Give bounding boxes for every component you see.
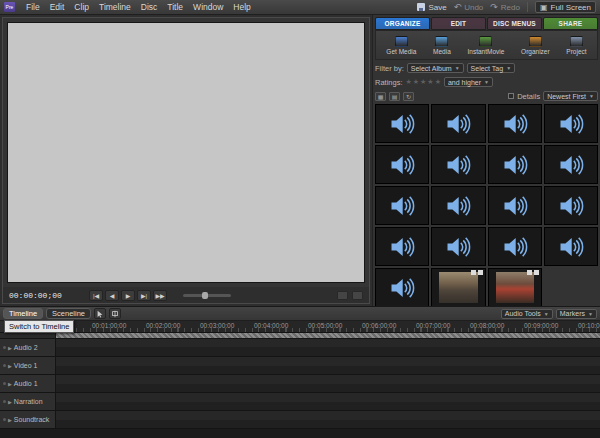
razor-icon: [111, 310, 119, 318]
album-select[interactable]: Select Album ▼: [407, 63, 464, 73]
sort-select[interactable]: Newest First ▼: [543, 91, 598, 101]
instantmovie-button[interactable]: InstantMovie: [468, 36, 505, 55]
timeline-ruler-scale[interactable]: 00:01:00:0000:02:00:0000:03:00:0000:04:0…: [56, 321, 600, 332]
track-toggle-icon[interactable]: [3, 346, 6, 349]
menu-file[interactable]: File: [21, 2, 45, 12]
audio-clip-thumbnail[interactable]: [544, 186, 598, 225]
and-higher-select[interactable]: and higher ▼: [444, 77, 493, 87]
track-toggle-icon[interactable]: [3, 382, 6, 385]
star-icon[interactable]: ★: [420, 78, 426, 86]
audio-clip-thumbnail[interactable]: [375, 268, 429, 306]
star-icon[interactable]: ★: [413, 78, 419, 86]
track-header-video-1[interactable]: ▶Video 1: [0, 357, 56, 374]
audio-clip-thumbnail[interactable]: [544, 227, 598, 266]
track-toggle-icon[interactable]: [3, 400, 6, 403]
audio-clip-thumbnail[interactable]: [431, 186, 485, 225]
ruler-label: 00:05:00:00: [308, 322, 342, 329]
audio-clip-thumbnail[interactable]: [488, 104, 542, 143]
audio-clip-thumbnail[interactable]: [431, 104, 485, 143]
track-lane[interactable]: [56, 393, 600, 410]
go-to-previous-edit-button[interactable]: |◀: [89, 290, 103, 301]
disclosure-triangle-icon[interactable]: ▶: [8, 345, 12, 351]
selection-tool-button[interactable]: [94, 308, 106, 319]
track-lane[interactable]: [56, 411, 600, 428]
audio-tools-dropdown[interactable]: Audio Tools ▼: [501, 309, 553, 319]
menu-clip[interactable]: Clip: [69, 2, 94, 12]
tag-select[interactable]: Select Tag ▼: [467, 63, 516, 73]
menu-help[interactable]: Help: [228, 2, 255, 12]
fullscreen-button[interactable]: ▣ Full Screen: [535, 1, 596, 13]
disclosure-triangle-icon[interactable]: ▶: [8, 399, 12, 405]
audio-clip-thumbnail[interactable]: [375, 145, 429, 184]
split-clip-icon[interactable]: [337, 291, 348, 300]
tab-disc-menus[interactable]: DISC MENUS: [487, 17, 542, 30]
star-icon[interactable]: ★: [435, 78, 441, 86]
undo-button[interactable]: ↶ Undo: [454, 3, 484, 12]
redo-button[interactable]: ↷ Redo: [490, 3, 520, 12]
track-header-audio-2[interactable]: ▶Audio 2: [0, 339, 56, 356]
audio-clip-thumbnail[interactable]: [544, 145, 598, 184]
panel-actions: Get MediaMediaInstantMovieOrganizerProje…: [375, 30, 598, 60]
play-button[interactable]: ▶: [121, 290, 135, 301]
go-to-next-edit-button[interactable]: ▶▶: [153, 290, 167, 301]
menu-edit[interactable]: Edit: [45, 2, 70, 12]
audio-clip-thumbnail[interactable]: [488, 145, 542, 184]
step-forward-button[interactable]: ▶|: [137, 290, 151, 301]
tab-timeline[interactable]: Timeline: [3, 308, 43, 319]
razor-tool-button[interactable]: [109, 308, 121, 319]
video-preview[interactable]: [7, 22, 365, 283]
track-lane[interactable]: [56, 339, 600, 356]
media-button[interactable]: Media: [433, 36, 451, 55]
track-header-narration[interactable]: ▶Narration: [0, 393, 56, 410]
track-toggle-icon[interactable]: [3, 418, 6, 421]
grid-view-icon[interactable]: ▦: [375, 92, 386, 101]
disclosure-triangle-icon[interactable]: ▶: [8, 363, 12, 369]
organizer-button[interactable]: Organizer: [521, 36, 550, 55]
audio-clip-thumbnail[interactable]: [488, 186, 542, 225]
save-button[interactable]: Save: [417, 3, 446, 12]
star-icon[interactable]: ★: [427, 78, 433, 86]
track-header-soundtrack[interactable]: ▶Soundtrack: [0, 411, 56, 428]
track-toggle-icon[interactable]: [3, 364, 6, 367]
disclosure-triangle-icon[interactable]: ▶: [8, 417, 12, 423]
rating-stars[interactable]: ★★★★★: [406, 78, 441, 86]
tab-edit[interactable]: EDIT: [431, 17, 486, 30]
freeze-frame-icon[interactable]: [352, 291, 363, 300]
speaker-icon: [557, 110, 585, 138]
disclosure-triangle-icon[interactable]: ▶: [8, 381, 12, 387]
step-back-button[interactable]: ◀: [105, 290, 119, 301]
audio-clip-thumbnail[interactable]: [375, 104, 429, 143]
menu-title[interactable]: Title: [162, 2, 188, 12]
shuttle-thumb[interactable]: [202, 292, 208, 299]
timecode-display[interactable]: 00:00:00;00: [9, 291, 75, 300]
tab-share[interactable]: SHARE: [543, 17, 598, 30]
menu-disc[interactable]: Disc: [136, 2, 163, 12]
markers-dropdown[interactable]: Markers ▼: [556, 309, 597, 319]
audio-clip-thumbnail[interactable]: [488, 227, 542, 266]
track-lane[interactable]: [56, 375, 600, 392]
menu-timeline[interactable]: Timeline: [94, 2, 136, 12]
audio-clip-thumbnail[interactable]: [375, 227, 429, 266]
audio-clip-thumbnail[interactable]: [431, 145, 485, 184]
shuttle-slider[interactable]: [183, 294, 231, 297]
tab-sceneline[interactable]: Sceneline: [46, 308, 91, 319]
media-type-badge-icon: [478, 270, 483, 275]
speaker-icon: [388, 151, 416, 179]
video-clip-thumbnail[interactable]: [488, 268, 542, 306]
tab-organize[interactable]: ORGANIZE: [375, 17, 430, 30]
audio-clip-thumbnail[interactable]: [375, 186, 429, 225]
menu-window[interactable]: Window: [188, 2, 228, 12]
audio-clip-thumbnail[interactable]: [544, 104, 598, 143]
refresh-icon[interactable]: ↻: [403, 92, 414, 101]
details-checkbox[interactable]: [508, 93, 514, 99]
work-area-strip[interactable]: [56, 333, 600, 338]
get-media-button[interactable]: Get Media: [386, 36, 416, 55]
list-view-icon[interactable]: ▤: [389, 92, 400, 101]
track-row: ▶Video 1: [0, 357, 600, 375]
star-icon[interactable]: ★: [406, 78, 412, 86]
video-clip-thumbnail[interactable]: [431, 268, 485, 306]
project-button[interactable]: Project: [566, 36, 586, 55]
track-lane[interactable]: [56, 357, 600, 374]
audio-clip-thumbnail[interactable]: [431, 227, 485, 266]
track-header-audio-1[interactable]: ▶Audio 1: [0, 375, 56, 392]
